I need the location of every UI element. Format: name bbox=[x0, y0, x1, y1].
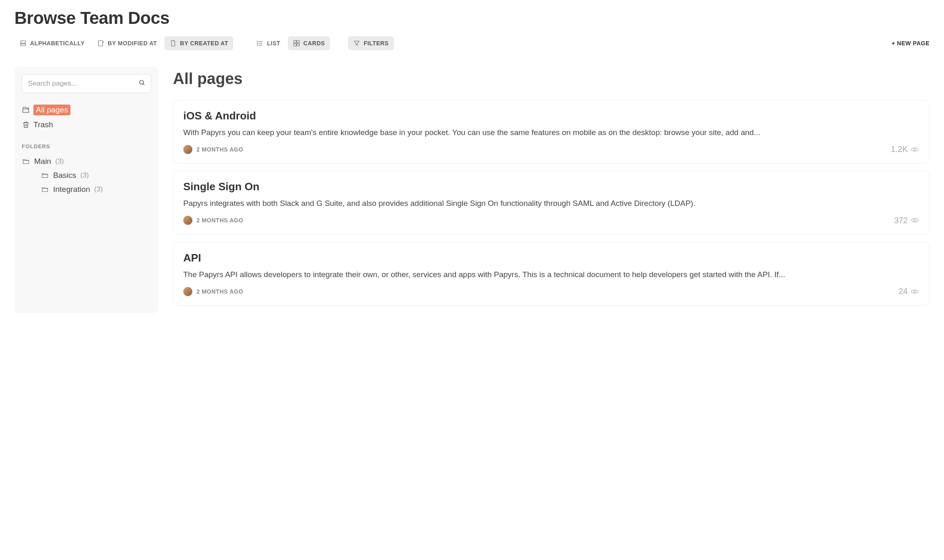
eye-icon bbox=[910, 216, 919, 225]
avatar bbox=[183, 287, 192, 296]
card-time: 2 months ago bbox=[196, 288, 243, 295]
view-cards-label: Cards bbox=[304, 40, 325, 47]
page-card[interactable]: Single Sign On Papyrs integrates with bo… bbox=[173, 171, 930, 234]
sort-modified-button[interactable]: By Modified At bbox=[92, 36, 162, 50]
sidebar: All pages Trash Folders Main (3) Basics … bbox=[14, 67, 159, 313]
sort-created-button[interactable]: By Created At bbox=[164, 36, 233, 50]
svg-point-8 bbox=[257, 45, 258, 46]
search-input[interactable] bbox=[22, 74, 151, 93]
folder-basics-label: Basics bbox=[53, 171, 76, 180]
folder-icon bbox=[41, 172, 49, 179]
trash-icon bbox=[22, 121, 30, 129]
card-time: 2 months ago bbox=[196, 146, 243, 153]
created-icon bbox=[169, 40, 177, 47]
sort-modified-label: By Modified At bbox=[108, 40, 157, 47]
cards-icon bbox=[293, 40, 300, 47]
folder-basics[interactable]: Basics (3) bbox=[22, 168, 151, 182]
filter-icon bbox=[353, 40, 360, 47]
all-pages-label: All pages bbox=[33, 105, 70, 115]
card-views-count: 24 bbox=[899, 287, 908, 296]
new-page-button[interactable]: + NEW PAGE bbox=[892, 40, 930, 47]
svg-point-17 bbox=[914, 290, 916, 293]
svg-text:Aa: Aa bbox=[21, 42, 26, 45]
svg-point-15 bbox=[914, 148, 916, 151]
svg-rect-9 bbox=[294, 40, 296, 43]
sidebar-item-trash[interactable]: Trash bbox=[22, 118, 151, 132]
folder-main-label: Main bbox=[34, 157, 51, 166]
trash-label: Trash bbox=[33, 120, 53, 129]
sidebar-item-all-pages[interactable]: All pages bbox=[22, 102, 151, 118]
svg-rect-11 bbox=[294, 44, 296, 46]
card-title: Single Sign On bbox=[183, 180, 919, 193]
svg-rect-2 bbox=[98, 40, 103, 46]
folder-integration-count: (3) bbox=[94, 185, 103, 194]
card-views: 1.2K bbox=[891, 145, 919, 154]
card-views: 24 bbox=[899, 287, 919, 296]
card-body: The Papyrs API allows developers to inte… bbox=[183, 268, 919, 281]
card-views: 372 bbox=[894, 216, 919, 225]
folder-main-count: (3) bbox=[55, 157, 64, 166]
card-title: API bbox=[183, 252, 919, 264]
alpha-icon: Aa bbox=[19, 40, 27, 47]
filters-label: Filters bbox=[364, 40, 389, 47]
filters-button[interactable]: Filters bbox=[348, 36, 394, 50]
avatar bbox=[183, 145, 192, 154]
avatar bbox=[183, 216, 192, 225]
folder-integration[interactable]: Integration (3) bbox=[22, 182, 151, 196]
folder-main[interactable]: Main (3) bbox=[22, 154, 151, 168]
svg-rect-10 bbox=[297, 40, 299, 43]
folders-header: Folders bbox=[22, 143, 151, 149]
card-time: 2 months ago bbox=[196, 217, 243, 224]
page-card[interactable]: API The Papyrs API allows developers to … bbox=[173, 242, 930, 306]
folder-open-icon bbox=[22, 106, 30, 114]
card-views-count: 372 bbox=[894, 216, 908, 225]
eye-icon bbox=[910, 145, 919, 154]
svg-point-7 bbox=[257, 43, 258, 44]
folder-integration-label: Integration bbox=[53, 185, 90, 194]
card-title: iOS & Android bbox=[183, 110, 919, 122]
card-body: With Papyrs you can keep your team's ent… bbox=[183, 126, 919, 139]
view-list-button[interactable]: List bbox=[251, 36, 285, 50]
main-heading: All pages bbox=[173, 67, 930, 88]
card-body: Papyrs integrates with both Slack and G … bbox=[183, 197, 919, 210]
svg-rect-12 bbox=[297, 44, 299, 46]
svg-point-16 bbox=[914, 219, 916, 222]
main-content: All pages iOS & Android With Papyrs you … bbox=[173, 67, 930, 313]
sort-alphabetically-label: Alphabetically bbox=[30, 40, 85, 47]
search-icon bbox=[139, 79, 145, 88]
list-icon bbox=[256, 40, 264, 47]
svg-point-13 bbox=[140, 80, 143, 84]
view-cards-button[interactable]: Cards bbox=[288, 36, 330, 50]
toolbar: Aa Alphabetically By Modified At By Crea… bbox=[14, 36, 930, 50]
view-list-label: List bbox=[267, 40, 280, 47]
page-card[interactable]: iOS & Android With Papyrs you can keep y… bbox=[173, 100, 930, 163]
toolbar-view-group: List Cards bbox=[251, 36, 330, 50]
card-views-count: 1.2K bbox=[891, 145, 908, 154]
eye-icon bbox=[910, 287, 919, 296]
page-title: Browse Team Docs bbox=[14, 8, 930, 28]
folder-icon bbox=[41, 186, 49, 193]
sort-alphabetically-button[interactable]: Aa Alphabetically bbox=[14, 36, 90, 50]
sort-created-label: By Created At bbox=[180, 40, 228, 47]
folder-basics-count: (3) bbox=[80, 171, 89, 180]
toolbar-sort-group: Aa Alphabetically By Modified At By Crea… bbox=[14, 36, 233, 50]
modified-icon bbox=[97, 40, 105, 47]
folder-icon bbox=[22, 158, 30, 165]
svg-point-6 bbox=[257, 41, 258, 42]
svg-line-14 bbox=[143, 84, 144, 85]
